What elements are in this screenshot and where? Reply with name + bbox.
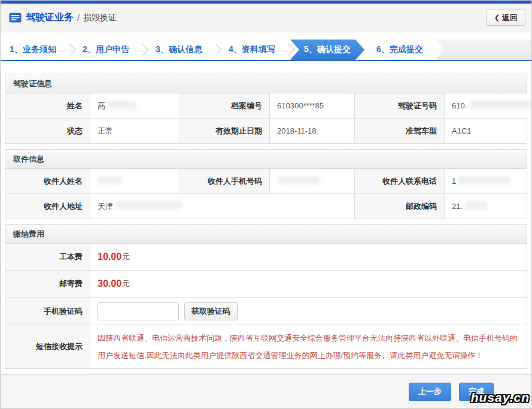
table-row: 工本费 10.00元 bbox=[5, 244, 527, 270]
recipient-name-label: 收件人姓名 bbox=[5, 169, 90, 193]
redaction-blur bbox=[115, 202, 183, 211]
license-card-icon bbox=[9, 13, 22, 23]
page: 驾驶证业务 / 损毁换证 ❮ 返回 1、业务须知 2、用户申告 3、确认信息 4… bbox=[0, 0, 532, 409]
section-license-info: 驾驶证信息 姓名 高 档案编号 610300****85 驾驶证号码 610. … bbox=[5, 74, 527, 144]
license-number-label: 驾驶证号码 bbox=[354, 93, 444, 118]
sms-code-label: 手机验证码 bbox=[5, 298, 90, 325]
production-fee-value: 10.00元 bbox=[90, 244, 527, 270]
sms-note-label: 短信接收提示 bbox=[5, 325, 90, 368]
recipient-address-label: 收件人地址 bbox=[5, 194, 90, 219]
redaction-blur bbox=[277, 177, 320, 186]
section-title-pickup: 取件信息 bbox=[5, 150, 527, 169]
table-row: 手机验证码 获取验证码 bbox=[5, 297, 527, 325]
recipient-mobile-value bbox=[269, 169, 354, 193]
breadcrumb-current: 损毁换证 bbox=[83, 13, 117, 23]
section-title-fees: 缴纳费用 bbox=[5, 225, 527, 244]
section-pickup-info: 取件信息 收件人姓名 收件人手机号码 收件人联系电话 1 收件人地址 天津 邮政… bbox=[5, 149, 527, 219]
redaction-blur bbox=[108, 101, 136, 110]
redaction-blur bbox=[465, 202, 488, 211]
file-number-value: 610300****85 bbox=[269, 93, 354, 118]
redaction-blur bbox=[98, 177, 123, 186]
chevron-right-separator-icon bbox=[138, 40, 147, 60]
table-row: 状态 正常 有效期止日期 2018-11-18 准驾车型 A1C1 bbox=[5, 118, 527, 143]
recipient-address-value: 天津 bbox=[90, 194, 354, 219]
sms-code-input[interactable] bbox=[98, 302, 179, 320]
postal-code-label: 邮政编码 bbox=[354, 194, 444, 219]
step-2-user-declaration[interactable]: 2、用户申告 bbox=[74, 40, 138, 60]
chevron-right-separator-icon bbox=[284, 40, 293, 60]
step-4-fill-data[interactable]: 4、资料填写 bbox=[220, 40, 284, 60]
step-1-business-notice[interactable]: 1、业务须知 bbox=[1, 40, 65, 60]
postage-fee-label: 邮寄费 bbox=[5, 271, 90, 297]
vehicle-type-value: A1C1 bbox=[444, 119, 527, 143]
sms-code-cell: 获取验证码 bbox=[90, 298, 527, 325]
expiry-date-value: 2018-11-18 bbox=[269, 119, 354, 143]
status-label: 状态 bbox=[5, 119, 90, 143]
wizard-tail-arrow bbox=[435, 40, 531, 60]
back-button-label: 返回 bbox=[502, 13, 518, 23]
postal-code-value: 21. bbox=[444, 194, 527, 219]
footer-action-bar: 上一步 完成 bbox=[1, 374, 531, 408]
recipient-phone-value: 1 bbox=[444, 169, 527, 193]
table-row: 收件人地址 天津 邮政编码 21. bbox=[5, 193, 527, 219]
license-number-value: 610. bbox=[444, 93, 532, 118]
chevron-right-separator-icon bbox=[211, 40, 220, 60]
name-label: 姓名 bbox=[5, 93, 90, 118]
step-6-complete-submit[interactable]: 6、完成提交 bbox=[364, 40, 435, 60]
status-value: 正常 bbox=[90, 119, 180, 143]
name-value: 高 bbox=[90, 93, 180, 118]
expiry-date-label: 有效期止日期 bbox=[180, 119, 269, 143]
section-fees: 缴纳费用 工本费 10.00元 邮寄费 30.00元 手机验证码 获取验证码 短… bbox=[5, 224, 527, 369]
section-title-license: 驾驶证信息 bbox=[5, 74, 527, 93]
breadcrumb-separator: / bbox=[77, 13, 80, 23]
chevron-left-icon: ❮ bbox=[494, 14, 500, 22]
table-row: 短信接收提示 因陕西省联通、电信运营商技术问题，陕西省互联网交通安全综合服务管理… bbox=[5, 325, 527, 368]
watermark: husay.cn bbox=[471, 390, 530, 405]
redaction-blur bbox=[458, 177, 510, 186]
recipient-name-value bbox=[90, 169, 180, 193]
recipient-mobile-label: 收件人手机号码 bbox=[180, 169, 269, 193]
sms-note-text: 因陕西省联通、电信运营商技术问题，陕西省互联网交通安全综合服务管理平台无法向持陕… bbox=[90, 325, 527, 368]
file-number-label: 档案编号 bbox=[180, 93, 269, 118]
redaction-blur bbox=[469, 101, 532, 110]
step-3-confirm-info[interactable]: 3、确认信息 bbox=[147, 40, 211, 60]
step-5-confirm-submit-active[interactable]: 5、确认提交 bbox=[290, 40, 364, 60]
recipient-phone-label: 收件人联系电话 bbox=[354, 169, 444, 193]
table-row: 收件人姓名 收件人手机号码 收件人联系电话 1 bbox=[5, 169, 527, 193]
chevron-right-separator-icon bbox=[65, 40, 74, 60]
step-wizard: 1、业务须知 2、用户申告 3、确认信息 4、资料填写 5、确认提交 6、完成提… bbox=[1, 40, 531, 61]
production-fee-label: 工本费 bbox=[5, 244, 90, 270]
page-title: 驾驶证业务 bbox=[26, 11, 74, 24]
back-button[interactable]: ❮ 返回 bbox=[487, 10, 525, 26]
table-row: 邮寄费 30.00元 bbox=[5, 270, 527, 297]
vehicle-type-label: 准驾车型 bbox=[354, 119, 444, 143]
postage-fee-value: 30.00元 bbox=[90, 271, 527, 297]
get-code-button[interactable]: 获取验证码 bbox=[184, 302, 238, 320]
header: 驾驶证业务 / 损毁换证 ❮ 返回 bbox=[1, 4, 531, 32]
previous-step-button[interactable]: 上一步 bbox=[409, 383, 451, 401]
table-row: 姓名 高 档案编号 610300****85 驾驶证号码 610. bbox=[5, 93, 527, 118]
